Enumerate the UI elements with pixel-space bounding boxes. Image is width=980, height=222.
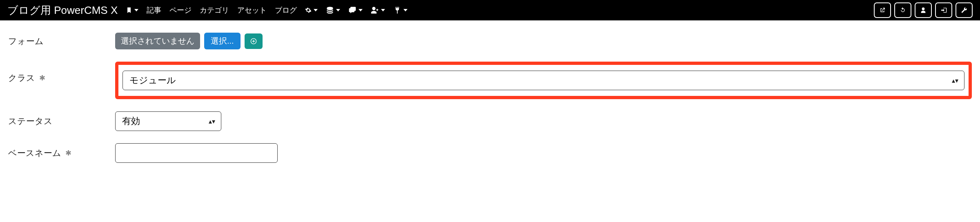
label-class-text: クラス — [8, 72, 35, 84]
label-status: ステータス — [8, 115, 115, 127]
row-form: フォーム 選択されていません 選択... — [8, 33, 972, 49]
caret-down-icon — [314, 9, 318, 11]
cell-status: 有効 ▴▾ — [115, 111, 972, 131]
label-basename-text: ベースネーム — [8, 147, 61, 159]
cell-form: 選択されていません 選択... — [115, 33, 972, 49]
row-class: クラス ✱ モジュール ▴▾ — [8, 62, 972, 99]
row-status: ステータス 有効 ▴▾ — [8, 111, 972, 131]
wrench-icon — [961, 7, 967, 13]
caret-down-icon — [359, 9, 363, 11]
class-select-value: モジュール — [129, 74, 176, 87]
tools-button[interactable] — [956, 2, 973, 18]
caret-down-icon — [403, 9, 408, 11]
caret-down-icon — [336, 9, 340, 11]
nav-item-blog[interactable]: ブログ — [272, 4, 299, 17]
database-menu[interactable] — [323, 4, 343, 16]
label-form-text: フォーム — [8, 36, 44, 47]
class-select[interactable]: モジュール ▴▾ — [122, 71, 964, 90]
caret-down-icon — [381, 9, 385, 11]
required-icon: ✱ — [65, 149, 71, 158]
row-basename: ベースネーム ✱ — [8, 143, 972, 163]
form-add-button[interactable] — [245, 33, 263, 49]
required-icon: ✱ — [39, 73, 45, 82]
status-select-value: 有効 — [122, 115, 140, 127]
label-form: フォーム — [8, 36, 115, 47]
updown-icon: ▴▾ — [952, 77, 958, 84]
logout-button[interactable] — [935, 2, 952, 18]
sign-out-icon — [940, 7, 947, 13]
navbar-right — [874, 2, 973, 18]
nav-item-categories[interactable]: カテゴリ — [197, 4, 232, 17]
database-icon — [326, 6, 334, 14]
top-navbar: ブログ用 PowerCMS X 記事 ページ カテゴリ アセット ブログ — [0, 0, 980, 20]
open-external-button[interactable] — [874, 2, 891, 18]
user-add-menu[interactable] — [368, 4, 388, 16]
user-button[interactable] — [915, 2, 932, 18]
refresh-icon — [900, 7, 906, 13]
comments-menu[interactable] — [346, 4, 365, 16]
class-highlight: モジュール ▴▾ — [115, 62, 972, 99]
nav-item-assets[interactable]: アセット — [235, 4, 269, 17]
settings-menu[interactable] — [303, 5, 320, 15]
caret-down-icon — [134, 9, 138, 11]
status-select[interactable]: 有効 ▴▾ — [115, 111, 221, 131]
cell-basename — [115, 143, 972, 163]
cell-class: モジュール ▴▾ — [115, 62, 972, 99]
form-area: フォーム 選択されていません 選択... クラス ✱ モジュール ▴▾ — [0, 20, 980, 183]
refresh-button[interactable] — [894, 2, 911, 18]
bookmark-icon — [126, 7, 132, 13]
brand-title: ブログ用 PowerCMS X — [7, 3, 118, 18]
user-plus-icon — [371, 6, 379, 14]
basename-input[interactable] — [115, 143, 278, 163]
label-class: クラス ✱ — [8, 62, 115, 84]
external-link-icon — [879, 7, 886, 13]
form-not-selected-badge: 選択されていません — [115, 33, 200, 49]
comments-icon — [348, 6, 356, 14]
plug-icon — [393, 6, 401, 14]
nav-item-pages[interactable]: ページ — [167, 4, 194, 17]
form-select-button[interactable]: 選択... — [204, 33, 241, 49]
label-status-text: ステータス — [8, 115, 53, 127]
bookmark-menu[interactable] — [123, 5, 141, 15]
navbar-left: ブログ用 PowerCMS X 記事 ページ カテゴリ アセット ブログ — [7, 3, 410, 18]
updown-icon: ▴▾ — [209, 118, 215, 125]
nav-item-articles[interactable]: 記事 — [144, 4, 164, 17]
user-icon — [920, 7, 927, 13]
label-basename: ベースネーム ✱ — [8, 147, 115, 159]
plus-circle-icon — [250, 38, 257, 44]
plugins-menu[interactable] — [391, 4, 410, 16]
gear-icon — [305, 7, 312, 13]
